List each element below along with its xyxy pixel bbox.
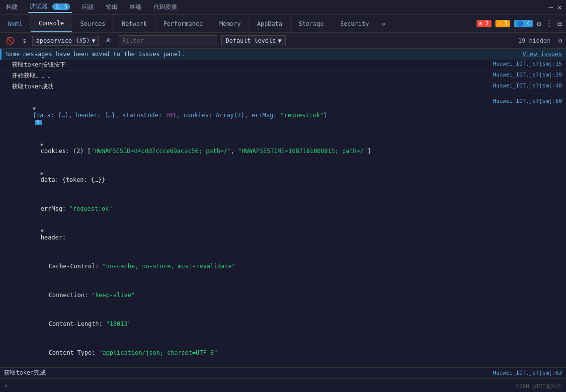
prompt-icon: › bbox=[4, 382, 7, 389]
obj-content-type: Content-Type: "application/json; charset… bbox=[0, 335, 566, 364]
info-bar: Some messages have been moved to the Iss… bbox=[0, 49, 566, 60]
more-options-icon[interactable]: ⋮ bbox=[545, 19, 553, 28]
console-settings-icon[interactable]: ⚙ bbox=[559, 37, 562, 44]
info-bar-message: Some messages have been moved to the Iss… bbox=[5, 51, 185, 58]
obj-data-line[interactable]: ▶ data: {token: {…}} bbox=[0, 162, 566, 191]
clear-console-icon[interactable]: 🚫 bbox=[4, 36, 16, 46]
eye-icon[interactable]: 👁 bbox=[103, 36, 114, 46]
toolbar-issues[interactable]: 问题 bbox=[80, 2, 96, 12]
log-text-token-success: 获取token成功 bbox=[12, 82, 485, 91]
input-row: › bbox=[0, 378, 566, 392]
toolbar-code-quality[interactable]: 代码质量 bbox=[152, 2, 179, 12]
top-toolbar: 构建 调试器 2, 5 问题 输出 终端 代码质量 — ✕ bbox=[0, 0, 566, 15]
toolbar-terminal[interactable]: 终端 bbox=[128, 2, 144, 12]
triangle-open-icon: ▼ bbox=[41, 228, 47, 234]
tab-memory[interactable]: Memory bbox=[211, 15, 249, 32]
close-icon[interactable]: ✕ bbox=[557, 2, 562, 12]
tab-storage[interactable]: Storage bbox=[291, 15, 332, 32]
context-selector[interactable]: appservice (#5) ▼ bbox=[32, 36, 99, 46]
info-count-badge: 🔵 4 bbox=[514, 20, 532, 27]
nav-right: ⊗ 2 ⚠ 5 🔵 4 ⚙ ⋮ ⊟ bbox=[477, 19, 566, 28]
obj-root-line[interactable]: ▼ {data: {…}, header: {…}, statusCode: 2… bbox=[0, 97, 566, 133]
dock-icon[interactable]: ⊟ bbox=[557, 19, 562, 28]
log-text-token-btn: 获取token按钮按下 bbox=[12, 61, 485, 69]
view-issues-link[interactable]: View issues bbox=[523, 51, 562, 58]
log-entry: 开始获取。。。 Huawei_IOT.js?[sm]:39 bbox=[0, 71, 566, 81]
obj-header-line[interactable]: ▼ header: bbox=[0, 220, 566, 248]
console-content[interactable]: Some messages have been moved to the Iss… bbox=[0, 49, 566, 367]
more-tabs-icon[interactable]: » bbox=[377, 20, 389, 28]
object-info-badge: i bbox=[35, 120, 42, 125]
warning-count-badge: ⚠ 5 bbox=[495, 20, 510, 27]
log-source-1[interactable]: Huawei_IOT.js?[sm]:39 bbox=[493, 72, 562, 78]
triangle-open-icon: ▼ bbox=[33, 106, 39, 111]
tab-network[interactable]: Network bbox=[114, 15, 156, 32]
log-source-0[interactable]: Huawei_IOT.js?[sm]:15 bbox=[493, 61, 562, 67]
watermark: CSDN @IOT趣制作 bbox=[516, 383, 562, 390]
bottom-bar: 获取token完成 Huawei_IOT.js?[sm]:63 bbox=[0, 367, 566, 378]
toolbar-output[interactable]: 输出 bbox=[104, 2, 120, 12]
object-tree: ▼ {data: {…}, header: {…}, statusCode: 2… bbox=[0, 95, 566, 367]
console-toolbar: 🚫 ⊙ appservice (#5) ▼ 👁 Default levels ▼… bbox=[0, 33, 566, 49]
bottom-source[interactable]: Huawei_IOT.js?[sm]:63 bbox=[493, 370, 562, 376]
default-levels-dropdown[interactable]: Default levels ▼ bbox=[221, 35, 286, 46]
obj-connection: Connection: "keep-alive" bbox=[0, 277, 566, 306]
tab-wxml[interactable]: Wxml bbox=[0, 15, 31, 32]
log-entry: 获取token成功 Huawei_IOT.js?[sm]:48 bbox=[0, 81, 566, 92]
bottom-log-text: 获取token完成 bbox=[4, 369, 46, 377]
context-dropdown-icon: ▼ bbox=[92, 37, 95, 44]
log-source-2[interactable]: Huawei_IOT.js?[sm]:48 bbox=[493, 82, 562, 89]
tab-performance[interactable]: Performance bbox=[156, 15, 211, 32]
minimize-icon[interactable]: — bbox=[549, 2, 554, 12]
obj-content-length: Content-Length: "18013" bbox=[0, 306, 566, 335]
nav-tabs: Wxml Console Sources Network Performance… bbox=[0, 15, 566, 33]
obj-cache-control: Cache-Control: "no-cache, no-store, must… bbox=[0, 248, 566, 277]
triangle-icon: ▶ bbox=[41, 170, 47, 176]
log-entry: 获取token按钮按下 Huawei_IOT.js?[sm]:15 bbox=[0, 60, 566, 71]
obj-root-source[interactable]: Huawei_IOT.js?[sm]:50 bbox=[493, 98, 562, 104]
debugger-badge: 2, 5 bbox=[52, 3, 70, 10]
log-text-start-get: 开始获取。。。 bbox=[12, 72, 485, 80]
levels-chevron-icon: ▼ bbox=[278, 37, 281, 44]
triangle-icon: ▶ bbox=[41, 142, 47, 147]
console-input[interactable] bbox=[11, 382, 562, 389]
toolbar-build[interactable]: 构建 bbox=[4, 2, 20, 12]
filter-icon[interactable]: ⊙ bbox=[20, 36, 28, 46]
toolbar-debugger[interactable]: 调试器 2, 5 bbox=[28, 1, 72, 13]
tab-appdata[interactable]: AppData bbox=[249, 15, 291, 32]
obj-date: Date: "Mon, 19 Jun 2023 07:50:13 GMT" bbox=[0, 364, 566, 367]
filter-input[interactable] bbox=[118, 35, 217, 46]
hidden-count: 19 hidden bbox=[518, 37, 551, 44]
tab-console[interactable]: Console bbox=[31, 15, 73, 32]
settings-icon[interactable]: ⚙ bbox=[537, 19, 542, 28]
obj-errmsg-line: errMsg: "request:ok" bbox=[0, 191, 566, 220]
tab-security[interactable]: Security bbox=[332, 15, 378, 32]
error-count-badge: ⊗ 2 bbox=[477, 20, 491, 27]
obj-cookies-line[interactable]: ▶ cookies: (2) ["HWWAFSESID=d4cdd7ccce69… bbox=[0, 133, 566, 162]
tab-sources[interactable]: Sources bbox=[72, 15, 114, 32]
